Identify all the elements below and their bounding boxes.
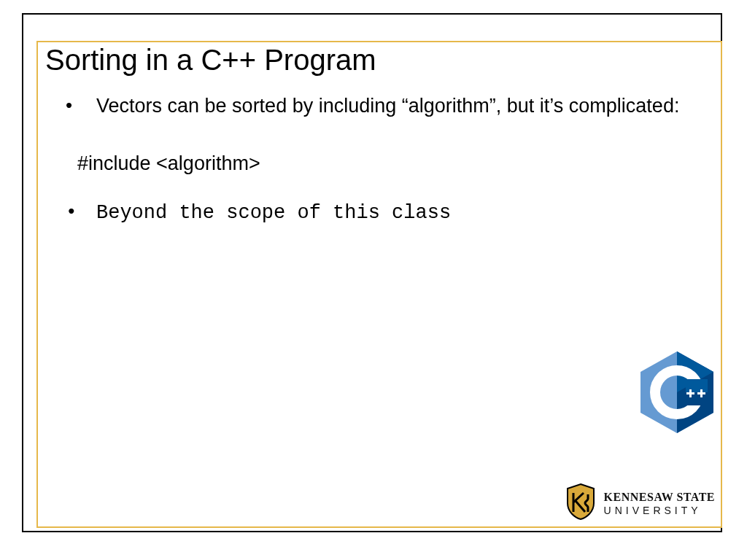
slide: Sorting in a C++ Program Vectors can be … — [0, 0, 747, 560]
ksu-line2: UNIVERSITY — [604, 505, 715, 516]
code-include-line: #include <algorithm> — [77, 152, 702, 175]
svg-rect-5 — [686, 379, 708, 392]
svg-rect-9 — [697, 392, 705, 394]
ksu-logo: KENNESAW STATE UNIVERSITY — [565, 483, 715, 524]
bullet-item: Beyond the scope of this class — [60, 200, 702, 226]
svg-rect-7 — [686, 392, 694, 394]
bullet-list-1: Vectors can be sorted by including “algo… — [60, 93, 702, 119]
slide-title: Sorting in a C++ Program — [45, 44, 702, 77]
ksu-shield-icon — [565, 483, 597, 524]
ksu-line1: KENNESAW STATE — [604, 491, 715, 503]
cpp-logo-icon — [640, 351, 713, 433]
ksu-text: KENNESAW STATE UNIVERSITY — [604, 491, 715, 516]
slide-content: Sorting in a C++ Program Vectors can be … — [45, 44, 702, 234]
bullet-item: Vectors can be sorted by including “algo… — [60, 93, 702, 119]
bullet-list-2: Beyond the scope of this class — [60, 200, 702, 226]
